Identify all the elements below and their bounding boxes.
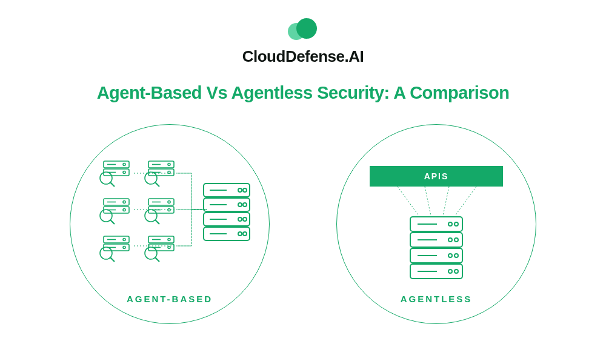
- agent-node-icon: [142, 235, 176, 263]
- agent-based-label: AGENT-BASED: [127, 294, 213, 304]
- svg-line-7: [110, 182, 115, 187]
- svg-point-83: [454, 270, 458, 273]
- svg-point-37: [123, 247, 125, 249]
- apis-bar: APIS: [370, 166, 503, 187]
- svg-point-63: [243, 232, 247, 236]
- svg-point-62: [238, 232, 242, 236]
- svg-line-23: [110, 220, 115, 224]
- logo-icon: [288, 18, 318, 42]
- svg-line-66: [443, 187, 449, 216]
- svg-line-15: [155, 182, 159, 187]
- svg-point-77: [454, 238, 458, 242]
- agent-node-icon: [98, 235, 132, 263]
- svg-line-31: [155, 220, 159, 224]
- agent-node-icon: [98, 160, 132, 188]
- svg-point-54: [243, 188, 247, 192]
- svg-point-56: [238, 203, 242, 207]
- svg-point-19: [123, 201, 125, 204]
- svg-line-65: [425, 187, 431, 216]
- svg-point-57: [243, 203, 247, 207]
- svg-point-29: [168, 209, 170, 211]
- agentless-circle: APIS: [336, 124, 536, 324]
- server-icon: [409, 216, 464, 285]
- svg-point-35: [123, 239, 125, 241]
- agent-node-icon: [142, 197, 176, 225]
- svg-point-74: [454, 222, 458, 226]
- svg-point-21: [123, 209, 125, 211]
- svg-point-27: [168, 201, 170, 204]
- agent-node-icon: [98, 197, 132, 225]
- agent-nodes: [98, 160, 179, 268]
- agent-based-circle: AGENT-BASED: [70, 124, 270, 324]
- svg-point-43: [168, 239, 170, 241]
- svg-point-80: [454, 254, 458, 257]
- svg-point-11: [168, 164, 170, 166]
- svg-point-3: [123, 164, 125, 166]
- svg-point-13: [168, 171, 170, 174]
- brand-name: CloudDefense.AI: [242, 47, 364, 66]
- svg-point-45: [168, 247, 170, 249]
- agentless-label: AGENTLESS: [401, 294, 473, 304]
- svg-point-53: [238, 188, 242, 192]
- diagram-row: AGENT-BASED APIS: [0, 124, 606, 324]
- svg-line-47: [155, 257, 159, 262]
- svg-line-64: [398, 187, 419, 216]
- header: CloudDefense.AI: [0, 0, 606, 66]
- svg-point-59: [238, 217, 242, 221]
- svg-point-73: [448, 222, 452, 226]
- agent-node-icon: [142, 160, 176, 188]
- page-title: Agent-Based Vs Agentless Security: A Com…: [0, 83, 606, 103]
- svg-point-76: [448, 238, 452, 242]
- svg-point-82: [448, 270, 452, 273]
- svg-line-67: [455, 187, 476, 216]
- central-server-icon: [202, 182, 251, 245]
- svg-point-5: [123, 171, 125, 174]
- svg-point-60: [243, 217, 247, 221]
- svg-point-79: [448, 254, 452, 257]
- svg-line-39: [110, 257, 115, 262]
